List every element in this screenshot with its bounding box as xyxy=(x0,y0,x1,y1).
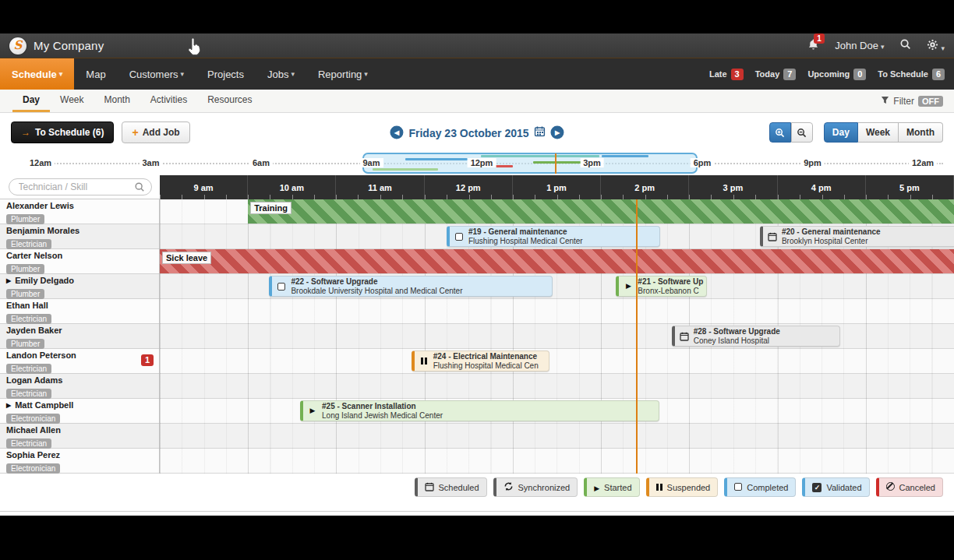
user-menu[interactable]: John Doe▾ xyxy=(835,40,884,51)
technician-row[interactable]: Sophia PerezElectronician xyxy=(0,449,159,474)
overview-minibar xyxy=(602,155,648,157)
view-button-month[interactable]: Month xyxy=(899,122,943,143)
filter-label: Filter xyxy=(893,96,914,107)
grid-row xyxy=(160,349,954,374)
job-bar[interactable]: #19 - General maintenanceFlushing Hospit… xyxy=(447,226,660,247)
technician-name: Logan Adams xyxy=(6,375,153,386)
day-overview-strip[interactable]: 12am3am6am9am12pm3pm6pm9pm12am xyxy=(0,152,954,175)
next-day-button[interactable]: ▶ xyxy=(551,126,564,139)
technician-row[interactable]: Benjamin MoralesElectrician xyxy=(0,224,159,249)
job-bar[interactable]: #20 - General maintenanceBrooklyn Hospit… xyxy=(760,226,954,247)
nav-item-reporting[interactable]: Reporting▾ xyxy=(306,58,380,90)
legend-label: Scheduled xyxy=(439,483,479,492)
technician-row[interactable]: Ethan HallElectrician xyxy=(0,299,159,324)
play-icon: ▶ xyxy=(303,407,322,414)
view-button-day[interactable]: Day xyxy=(824,122,858,143)
footer-divider xyxy=(0,511,954,512)
nav-item-customers[interactable]: Customers▾ xyxy=(118,58,196,90)
technician-name: Alexander Lewis xyxy=(6,201,153,211)
zoom-out-button[interactable] xyxy=(791,122,813,143)
tab-month[interactable]: Month xyxy=(94,90,140,112)
prev-day-button[interactable]: ◀ xyxy=(390,126,403,139)
technician-row[interactable]: Jayden BakerPlumber xyxy=(0,324,159,349)
legend-item-completed: Completed xyxy=(724,477,796,497)
technician-skill-badge: Electrician xyxy=(6,314,51,324)
settings-menu[interactable]: ▾ xyxy=(927,39,945,53)
counter-upcoming[interactable]: Upcoming0 xyxy=(807,69,866,80)
view-switch: DayWeekMonth xyxy=(824,122,943,143)
counter-late[interactable]: Late3 xyxy=(709,69,744,80)
overview-label: 9am xyxy=(359,158,383,167)
technician-name: Jayden Baker xyxy=(6,326,153,336)
zoom-in-button[interactable] xyxy=(769,122,791,143)
current-time-line xyxy=(636,199,638,474)
hour-header: 11 am xyxy=(336,175,424,199)
search-icon xyxy=(134,181,145,192)
technician-skill-badge: Electrician xyxy=(6,438,51,449)
technician-search-input[interactable] xyxy=(9,178,152,195)
search-icon[interactable] xyxy=(899,38,911,53)
grid-row xyxy=(160,374,954,399)
nav-item-map[interactable]: Map xyxy=(74,58,117,90)
pause-icon xyxy=(656,483,662,492)
technician-row[interactable]: Logan AdamsElectrician xyxy=(0,374,159,399)
job-bar[interactable]: ▶#21 - Software UpBronx-Lebanon C xyxy=(616,276,707,297)
current-date-label[interactable]: Friday 23 October 2015 xyxy=(408,126,528,139)
hour-header: 1 pm xyxy=(513,175,601,199)
job-bar[interactable]: #28 - Software UpgradeConey Island Hospi… xyxy=(672,326,840,347)
schedule-tabs: DayWeekMonthActivitiesResources xyxy=(12,90,263,112)
technician-row[interactable]: Carter NelsonPlumber xyxy=(0,249,159,274)
nav-item-schedule[interactable]: Schedule▾ xyxy=(0,58,74,90)
technician-skill-badge: Electrician xyxy=(6,239,51,249)
nav-item-jobs[interactable]: Jobs▾ xyxy=(256,58,306,90)
notifications-button[interactable]: 1 xyxy=(807,38,819,54)
technician-row[interactable]: ▶Matt CampbellElectronician xyxy=(0,399,159,424)
square-icon xyxy=(450,233,468,241)
nav-item-projects[interactable]: Projects xyxy=(196,58,256,90)
job-bar[interactable]: #22 - Software UpgradeBrookdale Universi… xyxy=(269,276,552,297)
funnel-icon xyxy=(881,96,889,107)
unavailability-strip-training[interactable]: Training xyxy=(248,199,954,224)
add-job-button[interactable]: +Add Job xyxy=(122,122,189,143)
technician-row[interactable]: Alexander LewisPlumber xyxy=(0,199,159,224)
tab-resources[interactable]: Resources xyxy=(197,90,262,112)
technician-name: Sophia Perez xyxy=(6,450,153,460)
view-button-week[interactable]: Week xyxy=(858,122,899,143)
unavailability-strip-sick[interactable]: Sick leave xyxy=(160,249,954,273)
calendar-picker-icon[interactable] xyxy=(535,126,546,139)
filter-toggle[interactable]: Filter OFF xyxy=(881,90,954,112)
grid-row xyxy=(160,299,954,324)
toolbar: →To Schedule (6) +Add Job ◀ Friday 23 Oc… xyxy=(0,113,954,152)
main-nav-items: Schedule▾MapCustomers▾ProjectsJobs▾Repor… xyxy=(0,58,380,90)
overview-label: 6am xyxy=(249,158,273,167)
technician-row[interactable]: ▶Emily DelgadoPlumber xyxy=(0,274,159,299)
legend-item-started: ▶Started xyxy=(584,477,639,497)
date-navigator: ◀ Friday 23 October 2015 ▶ xyxy=(390,126,564,139)
technician-skill-badge: Plumber xyxy=(6,214,44,224)
technician-row[interactable]: Michael AllenElectrician xyxy=(0,424,159,449)
job-bar-text: #25 - Scanner InstallationLong Island Je… xyxy=(322,402,443,421)
technician-skill-badge: Electrician xyxy=(6,389,51,399)
tab-day[interactable]: Day xyxy=(12,90,50,112)
square-icon xyxy=(734,483,742,492)
counter-today[interactable]: Today7 xyxy=(755,69,797,80)
schedule-grid[interactable]: TrainingSick leave#19 - General maintena… xyxy=(160,199,954,474)
counter-to-schedule[interactable]: To Schedule6 xyxy=(878,69,945,80)
hour-header: 3 pm xyxy=(689,175,777,199)
count-badge: 3 xyxy=(731,69,744,80)
pause-icon xyxy=(415,357,433,365)
cancel-icon xyxy=(886,482,895,492)
technician-row[interactable]: Landon PetersonElectrician1 xyxy=(0,349,159,374)
tab-week[interactable]: Week xyxy=(50,90,94,112)
to-schedule-button[interactable]: →To Schedule (6) xyxy=(11,122,114,143)
legend-item-scheduled: Scheduled xyxy=(415,477,487,497)
job-bar[interactable]: ▶#25 - Scanner InstallationLong Island J… xyxy=(300,400,659,421)
grid-row xyxy=(160,424,954,449)
technician-name: Michael Allen xyxy=(6,425,153,435)
technician-skill-badge: Electronician xyxy=(6,414,60,424)
overview-current-time-marker xyxy=(555,153,556,174)
tab-activities[interactable]: Activities xyxy=(140,90,197,112)
company-logo[interactable]: S xyxy=(9,37,26,55)
sync-icon xyxy=(504,481,514,493)
job-bar[interactable]: #24 - Electrical MaintenanceFlushing Hos… xyxy=(412,350,550,372)
